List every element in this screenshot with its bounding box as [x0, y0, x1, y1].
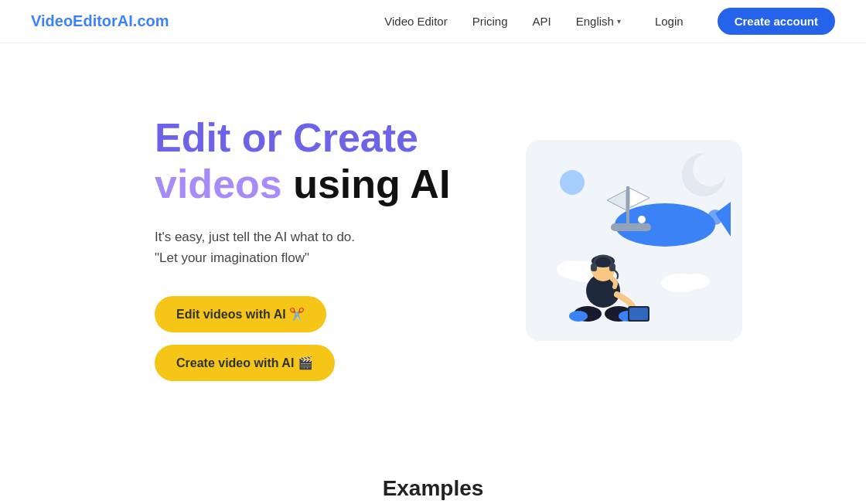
hero-section: Edit or Create videos using AI It's easy… [0, 43, 866, 445]
hero-content: Edit or Create videos using AI It's easy… [155, 115, 450, 381]
hero-subtext-line2: "Let your imagination flow" [155, 250, 309, 265]
svg-point-13 [557, 261, 588, 279]
svg-point-7 [638, 216, 646, 223]
create-account-button[interactable]: Create account [718, 8, 835, 35]
nav-video-editor-link[interactable]: Video Editor [384, 15, 447, 28]
svg-point-2 [693, 152, 727, 186]
chevron-down-icon: ▾ [617, 17, 621, 26]
nav-logo[interactable]: VideoEditorAI.com [31, 12, 169, 30]
hero-heading: Edit or Create videos using AI [155, 115, 450, 208]
svg-rect-27 [629, 308, 648, 320]
hero-heading-videos: videos [155, 162, 282, 206]
hero-heading-edit-create: Edit or Create [155, 115, 418, 160]
illustration-background [526, 140, 742, 341]
svg-point-3 [560, 170, 585, 195]
hero-buttons: Edit videos with AI ✂️ Create video with… [155, 296, 450, 381]
nav-language-label: English [576, 15, 614, 28]
nav-language-selector[interactable]: English ▾ [576, 15, 621, 28]
nav-api-link[interactable]: API [533, 15, 551, 28]
create-video-button[interactable]: Create video with AI 🎬 [155, 345, 335, 381]
login-button[interactable]: Login [646, 10, 693, 32]
nav-links: Video Editor Pricing API English ▾ Login… [384, 8, 835, 35]
hero-heading-using-ai: using AI [293, 162, 450, 206]
svg-rect-11 [611, 223, 651, 231]
svg-rect-8 [626, 186, 629, 225]
illustration-svg [526, 140, 742, 341]
hero-subtext-line1: It's easy, just tell the AI what to do. [155, 230, 355, 244]
examples-section: Examples [0, 445, 866, 504]
examples-title: Examples [31, 476, 835, 501]
hero-illustration [495, 124, 742, 372]
nav-pricing-link[interactable]: Pricing [472, 15, 508, 28]
edit-videos-button[interactable]: Edit videos with AI ✂️ [155, 296, 326, 332]
svg-point-16 [682, 274, 710, 289]
svg-point-24 [569, 311, 588, 322]
hero-subtext: It's easy, just tell the AI what to do. … [155, 226, 450, 268]
svg-rect-20 [591, 264, 597, 271]
navbar: VideoEditorAI.com Video Editor Pricing A… [0, 0, 866, 43]
